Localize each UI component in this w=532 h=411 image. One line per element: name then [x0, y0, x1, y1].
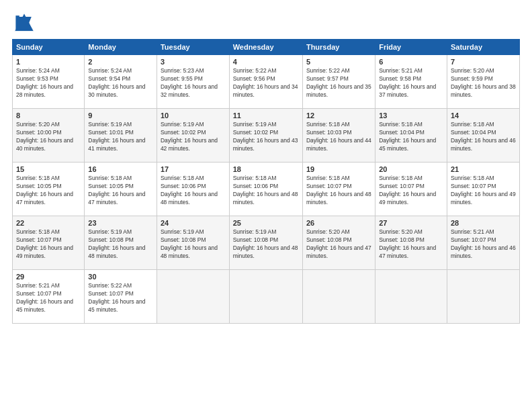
- day-info: Sunrise: 5:22 AM Sunset: 9:57 PM Dayligh…: [306, 67, 371, 99]
- calendar-day-cell: 29 Sunrise: 5:21 AM Sunset: 10:07 PM Day…: [13, 270, 85, 324]
- calendar-day-cell: 1 Sunrise: 5:24 AM Sunset: 9:53 PM Dayli…: [13, 55, 85, 109]
- calendar-day-cell: 25 Sunrise: 5:19 AM Sunset: 10:08 PM Day…: [229, 216, 302, 270]
- calendar-table: SundayMondayTuesdayWednesdayThursdayFrid…: [12, 39, 520, 324]
- day-info: Sunrise: 5:18 AM Sunset: 10:04 PM Daylig…: [451, 121, 516, 153]
- day-info: Sunrise: 5:21 AM Sunset: 10:07 PM Daylig…: [451, 228, 516, 261]
- day-info: Sunrise: 5:22 AM Sunset: 9:56 PM Dayligh…: [233, 67, 299, 99]
- calendar-day-cell: 30 Sunrise: 5:22 AM Sunset: 10:07 PM Day…: [85, 270, 157, 324]
- day-number: 8: [16, 111, 81, 120]
- day-number: 20: [379, 165, 443, 173]
- day-info: Sunrise: 5:21 AM Sunset: 10:07 PM Daylig…: [16, 282, 81, 314]
- day-number: 18: [233, 165, 299, 173]
- calendar-day-cell: 22 Sunrise: 5:18 AM Sunset: 10:07 PM Day…: [13, 216, 85, 270]
- calendar-day-cell: 26 Sunrise: 5:20 AM Sunset: 10:08 PM Day…: [302, 216, 375, 270]
- calendar-day-cell: 15 Sunrise: 5:18 AM Sunset: 10:05 PM Day…: [13, 163, 85, 216]
- calendar-day-cell: 11 Sunrise: 5:19 AM Sunset: 10:02 PM Day…: [229, 109, 302, 163]
- day-number: 10: [161, 111, 226, 120]
- day-info: Sunrise: 5:19 AM Sunset: 10:08 PM Daylig…: [161, 228, 226, 261]
- day-header-sunday: Sunday: [13, 40, 85, 55]
- calendar-day-cell: [157, 270, 229, 324]
- day-number: 3: [161, 58, 226, 66]
- day-header-friday: Friday: [375, 40, 447, 55]
- svg-rect-5: [15, 15, 19, 30]
- day-number: 29: [16, 273, 81, 281]
- calendar-day-cell: [302, 270, 375, 324]
- day-number: 16: [88, 165, 153, 173]
- day-number: 2: [88, 58, 153, 66]
- day-info: Sunrise: 5:19 AM Sunset: 10:08 PM Daylig…: [233, 228, 299, 261]
- day-number: 5: [306, 58, 371, 66]
- calendar-day-cell: 18 Sunrise: 5:18 AM Sunset: 10:06 PM Day…: [229, 163, 302, 216]
- day-info: Sunrise: 5:18 AM Sunset: 10:07 PM Daylig…: [379, 175, 443, 207]
- day-info: Sunrise: 5:20 AM Sunset: 10:00 PM Daylig…: [16, 121, 81, 153]
- day-number: 7: [451, 58, 516, 66]
- day-number: 11: [233, 111, 299, 120]
- day-number: 23: [88, 219, 153, 227]
- day-header-tuesday: Tuesday: [157, 40, 229, 55]
- day-number: 14: [451, 111, 516, 120]
- calendar-day-cell: 4 Sunrise: 5:22 AM Sunset: 9:56 PM Dayli…: [229, 55, 302, 109]
- day-info: Sunrise: 5:18 AM Sunset: 10:05 PM Daylig…: [16, 175, 81, 207]
- day-info: Sunrise: 5:18 AM Sunset: 10:03 PM Daylig…: [306, 121, 371, 153]
- day-number: 13: [379, 111, 443, 120]
- day-info: Sunrise: 5:18 AM Sunset: 10:07 PM Daylig…: [451, 175, 516, 207]
- calendar-day-cell: 12 Sunrise: 5:18 AM Sunset: 10:03 PM Day…: [302, 109, 375, 163]
- day-header-wednesday: Wednesday: [229, 40, 302, 55]
- day-number: 19: [306, 165, 371, 173]
- day-number: 17: [161, 165, 226, 173]
- day-info: Sunrise: 5:18 AM Sunset: 10:07 PM Daylig…: [306, 175, 371, 207]
- day-number: 26: [306, 219, 371, 227]
- day-info: Sunrise: 5:19 AM Sunset: 10:08 PM Daylig…: [88, 228, 153, 261]
- calendar-day-cell: [375, 270, 447, 324]
- day-number: 24: [161, 219, 226, 227]
- day-number: 27: [379, 219, 443, 227]
- calendar-header-row: SundayMondayTuesdayWednesdayThursdayFrid…: [13, 40, 520, 55]
- day-info: Sunrise: 5:18 AM Sunset: 10:07 PM Daylig…: [16, 228, 81, 261]
- day-number: 15: [16, 165, 81, 173]
- calendar-day-cell: 8 Sunrise: 5:20 AM Sunset: 10:00 PM Dayl…: [13, 109, 85, 163]
- header: [12, 11, 520, 35]
- day-info: Sunrise: 5:24 AM Sunset: 9:54 PM Dayligh…: [88, 67, 153, 99]
- day-info: Sunrise: 5:18 AM Sunset: 10:06 PM Daylig…: [161, 175, 226, 207]
- day-number: 12: [306, 111, 371, 120]
- calendar-week-row: 1 Sunrise: 5:24 AM Sunset: 9:53 PM Dayli…: [13, 55, 520, 109]
- calendar-day-cell: 10 Sunrise: 5:19 AM Sunset: 10:02 PM Day…: [157, 109, 229, 163]
- logo-icon: [12, 11, 36, 35]
- day-info: Sunrise: 5:18 AM Sunset: 10:06 PM Daylig…: [233, 175, 299, 207]
- day-number: 30: [88, 273, 153, 281]
- day-info: Sunrise: 5:19 AM Sunset: 10:01 PM Daylig…: [88, 121, 153, 153]
- day-number: 22: [16, 219, 81, 227]
- calendar-day-cell: 28 Sunrise: 5:21 AM Sunset: 10:07 PM Day…: [447, 216, 519, 270]
- calendar-day-cell: 21 Sunrise: 5:18 AM Sunset: 10:07 PM Day…: [447, 163, 519, 216]
- calendar-day-cell: 14 Sunrise: 5:18 AM Sunset: 10:04 PM Day…: [447, 109, 519, 163]
- day-number: 1: [16, 58, 81, 66]
- day-info: Sunrise: 5:24 AM Sunset: 9:53 PM Dayligh…: [16, 67, 81, 99]
- day-number: 6: [379, 58, 443, 66]
- calendar-day-cell: 23 Sunrise: 5:19 AM Sunset: 10:08 PM Day…: [85, 216, 157, 270]
- calendar-day-cell: 19 Sunrise: 5:18 AM Sunset: 10:07 PM Day…: [302, 163, 375, 216]
- day-header-monday: Monday: [85, 40, 157, 55]
- calendar-day-cell: 20 Sunrise: 5:18 AM Sunset: 10:07 PM Day…: [375, 163, 447, 216]
- day-info: Sunrise: 5:22 AM Sunset: 10:07 PM Daylig…: [88, 282, 153, 314]
- day-number: 9: [88, 111, 153, 120]
- page: SundayMondayTuesdayWednesdayThursdayFrid…: [0, 0, 532, 411]
- calendar-day-cell: 17 Sunrise: 5:18 AM Sunset: 10:06 PM Day…: [157, 163, 229, 216]
- calendar-week-row: 15 Sunrise: 5:18 AM Sunset: 10:05 PM Day…: [13, 163, 520, 216]
- day-info: Sunrise: 5:20 AM Sunset: 10:08 PM Daylig…: [306, 228, 371, 261]
- day-number: 25: [233, 219, 299, 227]
- day-number: 21: [451, 165, 516, 173]
- calendar-day-cell: 27 Sunrise: 5:20 AM Sunset: 10:08 PM Day…: [375, 216, 447, 270]
- calendar-day-cell: 16 Sunrise: 5:18 AM Sunset: 10:05 PM Day…: [85, 163, 157, 216]
- calendar-day-cell: 5 Sunrise: 5:22 AM Sunset: 9:57 PM Dayli…: [302, 55, 375, 109]
- calendar-day-cell: 6 Sunrise: 5:21 AM Sunset: 9:58 PM Dayli…: [375, 55, 447, 109]
- day-number: 4: [233, 58, 299, 66]
- calendar-week-row: 22 Sunrise: 5:18 AM Sunset: 10:07 PM Day…: [13, 216, 520, 270]
- day-header-saturday: Saturday: [447, 40, 519, 55]
- calendar-week-row: 8 Sunrise: 5:20 AM Sunset: 10:00 PM Dayl…: [13, 109, 520, 163]
- day-info: Sunrise: 5:18 AM Sunset: 10:04 PM Daylig…: [379, 121, 443, 153]
- calendar-day-cell: [229, 270, 302, 324]
- calendar-day-cell: 13 Sunrise: 5:18 AM Sunset: 10:04 PM Day…: [375, 109, 447, 163]
- calendar-week-row: 29 Sunrise: 5:21 AM Sunset: 10:07 PM Day…: [13, 270, 520, 324]
- day-info: Sunrise: 5:21 AM Sunset: 9:58 PM Dayligh…: [379, 67, 443, 99]
- calendar-day-cell: 7 Sunrise: 5:20 AM Sunset: 9:59 PM Dayli…: [447, 55, 519, 109]
